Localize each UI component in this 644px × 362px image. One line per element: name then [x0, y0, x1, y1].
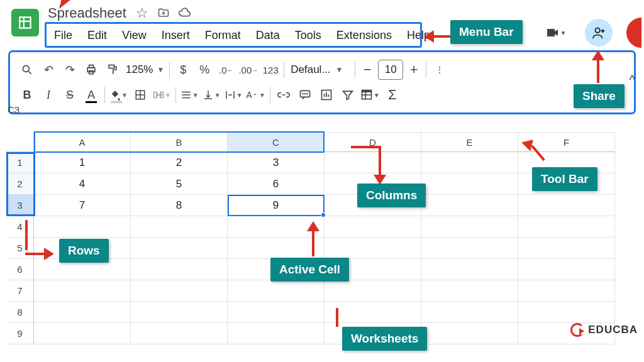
cell[interactable] [131, 302, 228, 323]
cell[interactable] [34, 302, 131, 323]
row-header-9[interactable]: 9 [6, 323, 34, 344]
cell-E3[interactable] [421, 195, 518, 216]
collapse-toolbar-icon[interactable]: ^ [630, 73, 635, 87]
cell-E2[interactable] [421, 173, 518, 195]
cell[interactable] [518, 302, 615, 323]
increase-decimal-icon[interactable]: .00→ [236, 59, 260, 80]
strikethrough-icon[interactable]: S [59, 84, 80, 106]
star-icon[interactable]: ☆ [135, 6, 149, 20]
cell[interactable] [228, 302, 325, 323]
cell[interactable] [518, 280, 615, 302]
cell[interactable] [131, 280, 228, 302]
cell[interactable] [518, 216, 615, 238]
cell[interactable] [131, 259, 228, 280]
redo-icon[interactable]: ↷ [59, 59, 80, 80]
insert-comment-icon[interactable] [294, 84, 316, 106]
sheets-logo-icon[interactable] [11, 9, 39, 36]
col-header-B[interactable]: B [131, 132, 228, 152]
cell-A3[interactable]: 7 [34, 195, 131, 216]
italic-icon[interactable]: I [38, 84, 59, 106]
cell[interactable] [421, 323, 518, 344]
text-color-icon[interactable]: A [80, 84, 102, 106]
cell-F3[interactable] [518, 195, 615, 216]
fill-color-icon[interactable]: ▼ [108, 84, 130, 106]
cell[interactable] [518, 259, 615, 280]
insert-link-icon[interactable] [273, 84, 294, 106]
decrease-font-size-button[interactable]: − [358, 60, 377, 79]
horizontal-align-icon[interactable]: ▼ [179, 84, 201, 106]
cell[interactable] [421, 259, 518, 280]
undo-icon[interactable]: ↶ [38, 59, 59, 80]
cell[interactable] [228, 238, 325, 259]
merge-cells-icon[interactable]: ▼ [151, 84, 173, 106]
col-header-A[interactable]: A [34, 132, 131, 152]
row-header-8[interactable]: 8 [6, 302, 34, 323]
cell[interactable] [228, 323, 325, 344]
menu-data[interactable]: Data [248, 28, 287, 43]
cell-D1[interactable] [325, 152, 421, 173]
menu-view[interactable]: View [114, 28, 154, 43]
cell[interactable] [325, 302, 421, 323]
row-header-4[interactable]: 4 [6, 216, 34, 238]
vertical-align-icon[interactable]: ▼ [201, 84, 223, 106]
cell-C1[interactable]: 3 [228, 152, 325, 173]
account-avatar[interactable] [626, 18, 641, 48]
cell[interactable] [325, 280, 421, 302]
cell-A1[interactable]: 1 [34, 152, 131, 173]
col-header-C[interactable]: C [228, 132, 325, 152]
cell-B2[interactable]: 5 [131, 173, 228, 195]
insert-chart-icon[interactable] [316, 84, 337, 106]
cell[interactable] [228, 280, 325, 302]
cell[interactable] [421, 216, 518, 238]
menu-tools[interactable]: Tools [287, 28, 329, 43]
search-menus-icon[interactable] [16, 59, 38, 80]
name-box[interactable]: C3 [4, 103, 23, 116]
doc-title[interactable]: Spreadsheet [47, 4, 128, 23]
row-header-1[interactable]: 1 [6, 152, 34, 173]
menu-edit[interactable]: Edit [80, 28, 114, 43]
cell-B3[interactable]: 8 [131, 195, 228, 216]
cell[interactable] [34, 280, 131, 302]
cell-E1[interactable] [421, 152, 518, 173]
cell[interactable] [131, 216, 228, 238]
row-header-2[interactable]: 2 [6, 173, 34, 195]
more-formats-button[interactable]: 123 [260, 59, 281, 80]
cell[interactable] [131, 323, 228, 344]
cell-C2[interactable]: 6 [228, 173, 325, 195]
text-rotation-icon[interactable]: A▼ [245, 84, 267, 106]
cell-C3[interactable]: 9 [228, 195, 325, 216]
increase-font-size-button[interactable]: + [404, 60, 423, 79]
col-header-E[interactable]: E [421, 132, 518, 152]
cell[interactable] [325, 216, 421, 238]
font-family-dropdown[interactable]: Defaul... ▼ [287, 63, 352, 76]
col-header-D[interactable]: D [325, 132, 421, 152]
menu-file[interactable]: File [47, 28, 80, 43]
meet-button[interactable]: ▼ [540, 19, 571, 46]
cell[interactable] [421, 238, 518, 259]
decrease-decimal-icon[interactable]: .0← [215, 59, 236, 80]
text-wrap-icon[interactable]: ▼ [223, 84, 245, 106]
row-header-3[interactable]: 3 [6, 195, 34, 216]
cloud-status-icon[interactable] [178, 6, 192, 20]
menu-format[interactable]: Format [197, 28, 248, 43]
paint-format-icon[interactable] [102, 59, 123, 80]
filter-icon[interactable] [337, 84, 358, 106]
menu-insert[interactable]: Insert [154, 28, 197, 43]
select-all-corner[interactable] [6, 132, 34, 152]
bold-icon[interactable]: B [16, 84, 38, 106]
cell[interactable] [421, 302, 518, 323]
cell-A2[interactable]: 4 [34, 173, 131, 195]
row-header-7[interactable]: 7 [6, 280, 34, 302]
zoom-dropdown[interactable]: 125% ▼ [123, 63, 167, 76]
share-button[interactable] [585, 19, 613, 47]
cell[interactable] [518, 238, 615, 259]
cell[interactable] [131, 238, 228, 259]
functions-icon[interactable]: Σ [382, 84, 403, 106]
currency-icon[interactable]: $ [172, 59, 194, 80]
move-folder-icon[interactable] [157, 6, 170, 20]
cell-B1[interactable]: 2 [131, 152, 228, 173]
more-toolbar-icon[interactable]: ⋮ [429, 59, 450, 80]
row-header-6[interactable]: 6 [6, 259, 34, 280]
percent-icon[interactable]: % [194, 59, 215, 80]
table-view-icon[interactable]: ▼ [358, 84, 382, 106]
